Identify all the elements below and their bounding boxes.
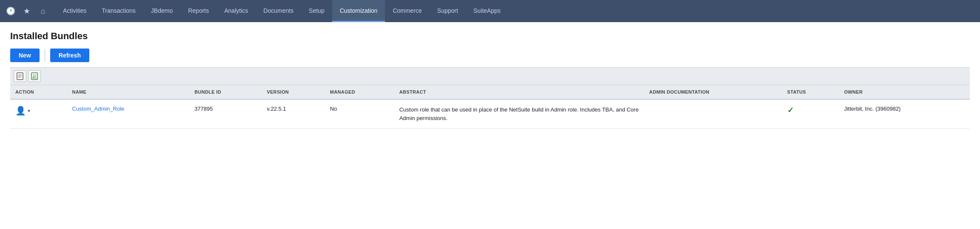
col-header-admin-documentation: ADMIN DOCUMENTATION <box>644 85 782 99</box>
nav-items: ActivitiesTransactionsJBdemoReportsAnaly… <box>55 0 508 22</box>
nav-bar: 🕐 ★ ⌂ ActivitiesTransactionsJBdemoReport… <box>0 0 980 22</box>
nav-item-customization[interactable]: Customization <box>332 0 385 22</box>
col-header-managed: MANAGED <box>325 85 394 99</box>
export-excel-icon[interactable]: XLS <box>28 70 41 82</box>
toolbar-divider <box>45 49 45 62</box>
admin-doc-cell <box>644 99 782 129</box>
nav-item-setup[interactable]: Setup <box>301 0 332 22</box>
history-icon[interactable]: 🕐 <box>3 4 18 18</box>
nav-item-transactions[interactable]: Transactions <box>94 0 143 22</box>
version-cell: v.22.5.1 <box>262 99 325 129</box>
page-title: Installed Bundles <box>10 31 970 42</box>
nav-item-activities[interactable]: Activities <box>55 0 94 22</box>
col-header-abstract: ABSTRACT <box>394 85 644 99</box>
col-header-version: VERSION <box>262 85 325 99</box>
table-row: 👤▼Custom_Admin_Role377895v.22.5.1NoCusto… <box>10 99 970 129</box>
page-content: Installed Bundles New Refresh XLS <box>0 22 980 129</box>
nav-item-analytics[interactable]: Analytics <box>217 0 256 22</box>
nav-item-reports[interactable]: Reports <box>180 0 217 22</box>
nav-icon-group: 🕐 ★ ⌂ <box>3 4 50 18</box>
status-check: ✓ <box>787 106 794 114</box>
nav-item-jbdemo[interactable]: JBdemo <box>143 0 180 22</box>
abstract-cell: Custom role that can be used in place of… <box>394 99 644 129</box>
home-icon[interactable]: ⌂ <box>36 4 50 18</box>
name-cell: Custom_Admin_Role <box>67 99 190 129</box>
bundles-table: ACTIONNAMEBUNDLE IDVERSIONMANAGEDABSTRAC… <box>10 85 970 129</box>
col-header-bundle-id: BUNDLE ID <box>189 85 262 99</box>
col-header-owner: OWNER <box>839 85 970 99</box>
col-header-status: STATUS <box>782 85 839 99</box>
managed-cell: No <box>325 99 394 129</box>
action-icon[interactable]: 👤▼ <box>15 106 62 116</box>
nav-item-suiteapps[interactable]: SuiteApps <box>466 0 508 22</box>
refresh-button[interactable]: Refresh <box>50 49 89 62</box>
svg-text:XLS: XLS <box>32 77 37 79</box>
bundle-id-cell: 377895 <box>189 99 262 129</box>
nav-item-support[interactable]: Support <box>430 0 466 22</box>
action-cell[interactable]: 👤▼ <box>10 99 67 129</box>
toolbar: New Refresh <box>10 49 970 62</box>
nav-item-documents[interactable]: Documents <box>256 0 301 22</box>
col-header-name: NAME <box>67 85 190 99</box>
icon-row: XLS <box>10 67 970 85</box>
export-plain-icon[interactable] <box>14 70 26 82</box>
status-cell: ✓ <box>782 99 839 129</box>
table-body: 👤▼Custom_Admin_Role377895v.22.5.1NoCusto… <box>10 99 970 129</box>
star-icon[interactable]: ★ <box>20 4 34 18</box>
owner-cell: Jitterbit, Inc. (3960982) <box>839 99 970 129</box>
col-header-action: ACTION <box>10 85 67 99</box>
bundle-name-link[interactable]: Custom_Admin_Role <box>72 106 125 112</box>
nav-item-commerce[interactable]: Commerce <box>385 0 429 22</box>
new-button[interactable]: New <box>10 49 40 62</box>
table-header-row: ACTIONNAMEBUNDLE IDVERSIONMANAGEDABSTRAC… <box>10 85 970 99</box>
